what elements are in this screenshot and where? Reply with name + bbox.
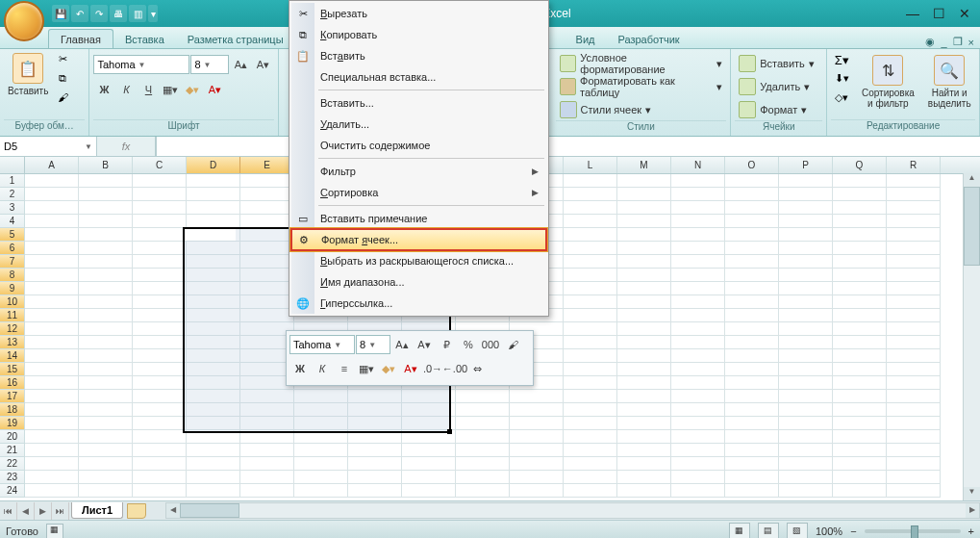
format-painter-icon[interactable]: 🖌 <box>54 91 71 109</box>
cell[interactable] <box>187 201 240 215</box>
cell[interactable] <box>671 309 725 322</box>
conditional-formatting-button[interactable]: Условное форматирование▾ <box>556 53 727 74</box>
cell[interactable] <box>25 322 79 336</box>
context-menu-item[interactable]: Имя диапазона... <box>291 271 546 293</box>
cell[interactable] <box>887 322 941 336</box>
cell[interactable] <box>725 255 779 269</box>
fill-color-button[interactable]: ◆▾ <box>182 79 203 100</box>
cell[interactable] <box>887 390 941 403</box>
row-header[interactable]: 24 <box>0 484 25 498</box>
sheet-nav-first-icon[interactable]: ⏮ <box>0 502 17 520</box>
format-as-table-button[interactable]: Форматировать как таблицу▾ <box>556 76 727 97</box>
cell[interactable] <box>779 376 833 390</box>
cell[interactable] <box>25 471 79 484</box>
name-box[interactable]: D5▼ <box>0 137 97 156</box>
cell[interactable] <box>25 174 79 188</box>
cell[interactable] <box>779 255 833 269</box>
cell[interactable] <box>779 201 833 215</box>
help-icon[interactable]: ◉ <box>925 36 935 48</box>
cell[interactable] <box>133 430 187 444</box>
cell[interactable] <box>25 295 79 309</box>
zoom-level[interactable]: 100% <box>816 525 842 537</box>
cell[interactable] <box>564 349 617 363</box>
mini-font-combo[interactable]: Tahoma▼ <box>289 335 355 354</box>
cell[interactable] <box>402 444 456 457</box>
mini-percent-icon[interactable]: % <box>458 334 479 355</box>
row-header[interactable]: 4 <box>0 215 25 228</box>
cell[interactable] <box>79 201 133 215</box>
cell[interactable] <box>671 295 725 309</box>
macro-record-icon[interactable]: ▦ <box>46 524 63 539</box>
cell[interactable] <box>294 403 348 417</box>
cell[interactable] <box>187 228 240 242</box>
col-header[interactable]: B <box>79 157 133 173</box>
row-header[interactable]: 6 <box>0 242 25 255</box>
cell[interactable] <box>25 336 79 349</box>
cell[interactable] <box>725 188 779 201</box>
cell[interactable] <box>887 457 941 471</box>
context-menu-item[interactable]: ⧉Копировать <box>291 24 546 45</box>
cell[interactable] <box>564 363 617 376</box>
cell[interactable] <box>671 363 725 376</box>
mini-italic-icon[interactable]: К <box>312 358 333 379</box>
font-size-combo[interactable]: 8▼ <box>190 55 229 74</box>
cell[interactable] <box>133 322 187 336</box>
cell[interactable] <box>348 430 402 444</box>
cell[interactable] <box>671 282 725 295</box>
cell[interactable] <box>187 255 240 269</box>
row-header[interactable]: 16 <box>0 376 25 390</box>
cell[interactable] <box>240 457 294 471</box>
cell[interactable] <box>833 403 887 417</box>
sheet-tab-active[interactable]: Лист1 <box>71 502 123 519</box>
cell[interactable] <box>779 403 833 417</box>
cell[interactable] <box>833 457 887 471</box>
cell[interactable] <box>187 349 240 363</box>
cell[interactable] <box>240 242 294 255</box>
delete-cells-button[interactable]: Удалить▾ <box>735 76 814 97</box>
cell[interactable] <box>617 457 671 471</box>
mini-merge-icon[interactable]: ⇔ <box>466 358 488 379</box>
cell[interactable] <box>79 174 133 188</box>
cell[interactable] <box>133 174 187 188</box>
cell[interactable] <box>133 215 187 228</box>
cell[interactable] <box>779 417 833 430</box>
cell[interactable] <box>79 255 133 269</box>
cell[interactable] <box>671 457 725 471</box>
cell[interactable] <box>564 201 617 215</box>
cell[interactable] <box>833 242 887 255</box>
context-menu-item[interactable]: Удалить... <box>291 114 546 135</box>
cell[interactable] <box>187 174 240 188</box>
cell[interactable] <box>348 484 402 498</box>
cell[interactable] <box>779 471 833 484</box>
cell[interactable] <box>617 201 671 215</box>
context-menu-item[interactable]: Специальная вставка... <box>291 66 546 88</box>
row-header[interactable]: 17 <box>0 390 25 403</box>
cell[interactable] <box>133 309 187 322</box>
cell[interactable] <box>779 322 833 336</box>
cell[interactable] <box>240 471 294 484</box>
cell[interactable] <box>887 430 941 444</box>
cell[interactable] <box>402 484 456 498</box>
cell[interactable] <box>240 430 294 444</box>
cell[interactable] <box>725 444 779 457</box>
cell[interactable] <box>240 390 294 403</box>
cell[interactable] <box>25 255 79 269</box>
cell[interactable] <box>564 282 617 295</box>
cell[interactable] <box>779 282 833 295</box>
cell[interactable] <box>725 228 779 242</box>
cell[interactable] <box>187 282 240 295</box>
cell[interactable] <box>779 295 833 309</box>
cell[interactable] <box>779 430 833 444</box>
row-header[interactable]: 15 <box>0 363 25 376</box>
clear-icon[interactable]: ◇▾ <box>831 91 852 109</box>
cell[interactable] <box>887 269 941 282</box>
cell[interactable] <box>79 282 133 295</box>
cell[interactable] <box>25 349 79 363</box>
cell[interactable] <box>725 471 779 484</box>
cell[interactable] <box>133 295 187 309</box>
cell[interactable] <box>617 417 671 430</box>
cell[interactable] <box>887 417 941 430</box>
cell[interactable] <box>25 430 79 444</box>
cell-styles-button[interactable]: Стили ячеек▾ <box>556 99 655 120</box>
cell[interactable] <box>25 282 79 295</box>
